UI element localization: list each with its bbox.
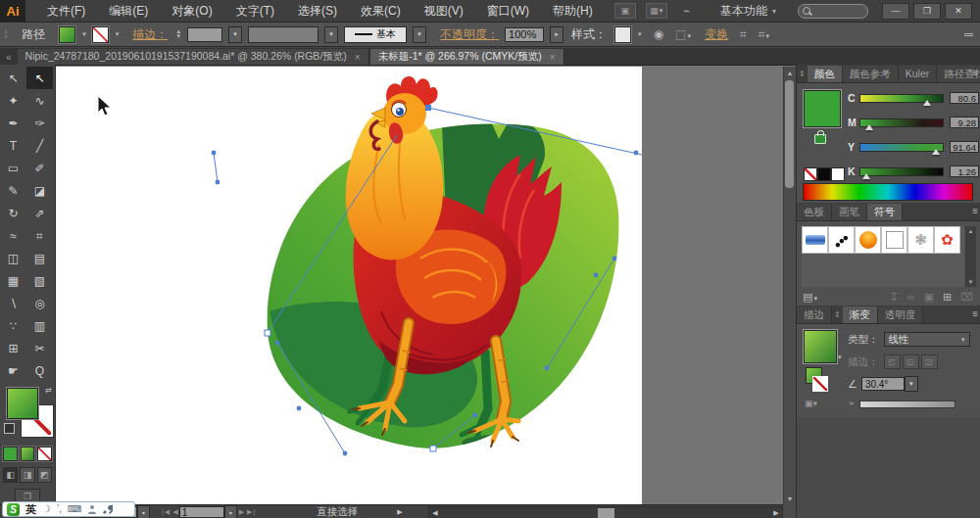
stroke-gradient-along-icon[interactable]: ◱: [903, 354, 919, 369]
restore-button[interactable]: ❐: [913, 3, 941, 20]
slice-tool[interactable]: ✂: [26, 337, 53, 359]
reverse-gradient-icon[interactable]: ◦▸: [848, 399, 855, 407]
none-swatch[interactable]: [804, 167, 817, 181]
horizontal-scroll-thumb[interactable]: [598, 508, 614, 518]
scroll-up-icon[interactable]: ▲: [968, 228, 974, 234]
tab-swatches[interactable]: 色板: [797, 204, 832, 220]
stroke-weight-dropdown[interactable]: ▾: [228, 26, 242, 43]
blend-tool[interactable]: ◎: [26, 292, 53, 314]
soft-keyboard-icon[interactable]: ⌨: [68, 504, 81, 514]
tab-transparency[interactable]: 透明度: [878, 306, 924, 323]
white-swatch[interactable]: [831, 167, 845, 181]
minimize-button[interactable]: —: [882, 3, 909, 20]
gradient-tool[interactable]: ▧: [26, 269, 53, 292]
pen-variant-tool[interactable]: ✑: [26, 112, 53, 134]
app-logo[interactable]: Ai: [0, 0, 25, 22]
style-swatch[interactable]: [614, 26, 631, 43]
gradient-swatch[interactable]: [804, 330, 837, 363]
yellow-slider[interactable]: [859, 143, 944, 152]
scroll-right-icon[interactable]: ▶: [770, 507, 782, 518]
control-panel-menu-icon[interactable]: ≔: [963, 28, 974, 41]
scroll-down-icon[interactable]: ▼: [784, 493, 796, 504]
input-language-toggle[interactable]: 英: [25, 502, 36, 517]
eraser-tool[interactable]: ◪: [26, 179, 53, 202]
shape-mode-icon[interactable]: ◉: [654, 27, 663, 41]
width-profile-dropdown[interactable]: [248, 26, 318, 43]
gradient-fill-stroke-proxy[interactable]: [806, 367, 827, 393]
gradient-slider[interactable]: [859, 400, 956, 408]
magic-wand-tool[interactable]: ✦: [0, 89, 26, 112]
cyan-value-field[interactable]: 80.6: [950, 92, 979, 104]
stroke-weight-field[interactable]: [187, 27, 222, 42]
menu-view[interactable]: 视图(V): [413, 0, 475, 22]
close-tab-icon[interactable]: ×: [355, 52, 361, 63]
mesh-tool[interactable]: ▦: [0, 269, 26, 292]
gradient-mode-button[interactable]: [21, 447, 35, 461]
free-transform-tool[interactable]: ⌗: [26, 224, 53, 247]
rotate-tool[interactable]: ↻: [0, 202, 26, 224]
menu-effect[interactable]: 效果(C): [349, 0, 413, 22]
tab-kuler[interactable]: Kuler: [899, 66, 938, 82]
prev-artboard-button[interactable]: ◀: [172, 508, 176, 516]
direct-selection-tool[interactable]: ↖: [26, 67, 53, 89]
slider-thumb[interactable]: [932, 149, 940, 155]
delete-symbol-icon[interactable]: ⌧: [960, 291, 973, 304]
user-icon[interactable]: [87, 504, 97, 514]
cyan-slider[interactable]: [859, 94, 944, 103]
align-icon[interactable]: ⌗: [740, 27, 747, 41]
status-expand-icon[interactable]: ▶: [397, 508, 401, 516]
gradient-type-dropdown[interactable]: 线性 ▾: [884, 332, 970, 347]
vertical-scroll-thumb[interactable]: [785, 80, 794, 188]
search-input[interactable]: [798, 4, 868, 19]
brush-definition-dropdown[interactable]: 基本: [344, 26, 407, 43]
menu-file[interactable]: 文件(F): [35, 0, 97, 22]
blue-banner-symbol[interactable]: [802, 226, 828, 254]
chevron-down-icon[interactable]: ▾: [413, 26, 426, 43]
orange-orb-symbol[interactable]: [855, 226, 881, 254]
scroll-up-icon[interactable]: ▲: [784, 67, 796, 78]
horizontal-scrollbar[interactable]: ◀ ▶: [428, 506, 783, 518]
tab-color[interactable]: 颜色: [808, 66, 843, 82]
scroll-down-icon[interactable]: ▼: [968, 279, 974, 285]
stroke-gradient-across-icon[interactable]: ◲: [921, 354, 938, 369]
angle-dropdown[interactable]: ▾: [905, 376, 918, 392]
lock-icon[interactable]: [814, 134, 826, 144]
transform-link[interactable]: 变换: [705, 26, 728, 43]
scale-tool[interactable]: ⇗: [26, 202, 53, 224]
opacity-dropdown[interactable]: ▸: [550, 26, 564, 43]
panel-menu-icon[interactable]: ≡: [972, 68, 978, 78]
sogou-logo[interactable]: S: [7, 503, 20, 516]
drag-grip-icon[interactable]: ⁞⁞: [4, 28, 6, 40]
draw-normal-button[interactable]: ◧: [3, 467, 18, 483]
symbol-options-icon[interactable]: ▣: [924, 291, 934, 304]
menu-help[interactable]: 帮助(H): [541, 0, 605, 22]
color-mode-button[interactable]: [3, 447, 18, 461]
menu-edit[interactable]: 编辑(E): [97, 0, 160, 22]
pen-tool[interactable]: ✒: [0, 112, 26, 134]
stroke-color-swatch[interactable]: [92, 26, 109, 43]
artboard-number-field[interactable]: 1: [179, 506, 224, 518]
symbol-library-icon[interactable]: ▤▾: [803, 291, 817, 304]
panel-collapse-icon[interactable]: ⇕: [797, 70, 808, 78]
artboard-dropdown[interactable]: ▾: [224, 505, 237, 518]
symbol-sprayer-tool[interactable]: ∵: [0, 314, 26, 337]
eyedropper-tool[interactable]: ∖: [0, 292, 26, 314]
color-spectrum-bar[interactable]: [803, 183, 973, 201]
magenta-slider[interactable]: [859, 118, 944, 127]
symbols-scrollbar[interactable]: ▲ ▼: [965, 226, 976, 287]
opacity-field[interactable]: 100%: [505, 27, 544, 42]
rectangle-tool[interactable]: ▭: [0, 157, 26, 179]
red-daisy-symbol[interactable]: ✿: [934, 226, 960, 254]
fill-color-swatch[interactable]: [59, 26, 75, 43]
document-tab-1[interactable]: Nipic_24787180_20190610191537190084.ai* …: [18, 49, 369, 65]
break-link-icon[interactable]: ∞: [907, 291, 915, 304]
scroll-left-icon[interactable]: ◀: [429, 507, 441, 518]
black-value-field[interactable]: 1.26: [950, 165, 979, 177]
tab-symbols[interactable]: 符号: [867, 204, 903, 220]
stroke-weight-stepper[interactable]: ▲▼: [175, 29, 181, 39]
slider-thumb[interactable]: [923, 100, 931, 106]
tab-gradient[interactable]: 渐变: [843, 306, 878, 323]
chevron-down-icon[interactable]: ▾: [324, 26, 338, 43]
menu-select[interactable]: 选择(S): [286, 0, 349, 22]
artboard[interactable]: [56, 67, 642, 504]
